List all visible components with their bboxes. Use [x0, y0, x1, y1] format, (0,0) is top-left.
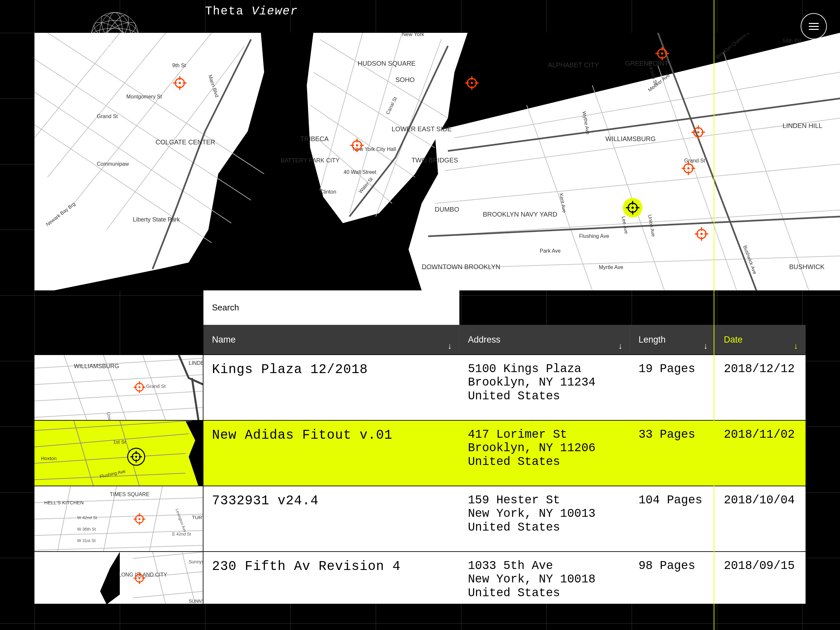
sort-arrow-icon: ↓: [794, 341, 798, 351]
svg-text:Sunnyside: Sunnyside: [189, 559, 204, 564]
svg-text:Grand St: Grand St: [146, 383, 166, 389]
svg-text:W 31st St: W 31st St: [77, 538, 96, 543]
map-label: DUMBO: [435, 206, 459, 213]
main-map[interactable]: HUDSON SQUARE SOHO ALPHABET CITY TRIBECA…: [35, 33, 840, 291]
row-map-thumbnail: 1st St Hoxton Flushing Ave: [35, 421, 204, 486]
row-date: 2018/09/15: [715, 552, 805, 604]
table-row[interactable]: LONG ISLAND CITY Sunnyside SUNNY 230 Fif…: [35, 551, 805, 604]
target-icon-selected: [128, 448, 145, 465]
app-title: Theta Viewer: [205, 5, 298, 18]
svg-text:LINDEN HILL: LINDEN HILL: [189, 360, 204, 366]
table-row[interactable]: WILLIAMSBURG Grand St Union Ave LINDEN H…: [35, 354, 805, 420]
map-label: LINDEN HILL: [783, 122, 822, 129]
results-list: WILLIAMSBURG Grand St Union Ave LINDEN H…: [35, 354, 805, 604]
map-label: DOWNTOWN BROOKLYN: [422, 263, 500, 270]
map-label: TWO BRIDGES: [412, 156, 458, 164]
svg-text:1st St: 1st St: [113, 439, 126, 445]
app-title-word2: Viewer: [252, 5, 298, 18]
search-label: Search: [212, 303, 239, 313]
row-address: 5100 Kings Plaza Brooklyn, NY 11234 Unit…: [459, 355, 630, 420]
map-label: BUSHWICK: [789, 263, 824, 270]
row-name: 230 Fifth Av Revision 4: [204, 552, 459, 604]
map-label: Flushing Ave: [579, 233, 609, 239]
row-address: 1033 5th Ave New York, NY 10018 United S…: [459, 552, 630, 604]
search-input[interactable]: Search: [204, 291, 459, 325]
row-date: 2018/11/02: [715, 421, 805, 486]
svg-point-8: [91, 21, 139, 52]
row-length: 104 Pages: [630, 486, 715, 551]
row-length: 19 Pages: [630, 355, 715, 420]
svg-text:WILLIAMSBURG: WILLIAMSBURG: [74, 363, 119, 369]
svg-point-6: [91, 13, 139, 60]
row-length: 98 Pages: [630, 552, 715, 604]
hamburger-icon: [809, 26, 819, 27]
row-map-thumbnail: LONG ISLAND CITY Sunnyside SUNNY: [35, 552, 204, 604]
map-label: Clinton: [320, 189, 336, 194]
wireframe-globe-logo: [88, 10, 141, 62]
map-label: Myrtle Ave: [599, 264, 624, 270]
svg-point-7: [91, 28, 139, 44]
sort-arrow-icon: ↓: [448, 341, 452, 351]
row-name: New Adidas Fitout v.01: [204, 421, 459, 486]
column-header-date[interactable]: Date ↓: [715, 325, 805, 354]
map-label: Grand St: [684, 158, 706, 163]
row-length: 33 Pages: [630, 421, 715, 486]
row-map-thumbnail: HELL'S KITCHEN TIMES SQUARE TURTLE W 36t…: [35, 486, 204, 551]
column-header-length[interactable]: Length ↓: [630, 325, 715, 354]
column-header-name[interactable]: Name ↓: [204, 325, 459, 354]
svg-text:W 42nd St: W 42nd St: [77, 515, 97, 520]
map-label: BATTERY PARK CITY: [281, 157, 339, 164]
map-label: 40 Wall Street: [344, 169, 376, 175]
map-label: Liberty State Park: [133, 216, 180, 223]
map-label: Montgomery St: [126, 94, 162, 99]
map-label: LOWER EAST SIDE: [392, 125, 452, 133]
column-header-address[interactable]: Address ↓: [459, 325, 630, 354]
svg-text:W 36th St: W 36th St: [77, 527, 96, 532]
map-label: Communipaw: [97, 161, 129, 167]
map-label: COLGATE CENTER: [156, 139, 215, 146]
map-label: 9th St: [172, 63, 186, 68]
svg-text:HELL'S KITCHEN: HELL'S KITCHEN: [44, 500, 84, 505]
row-date: 2018/10/04: [715, 486, 805, 551]
map-label: 56th Rd: [783, 38, 801, 44]
map-label: Park Ave: [540, 248, 561, 254]
table-header-row: Name ↓ Address ↓ Length ↓ Date ↓: [204, 325, 805, 354]
map-label: TRIBECA: [300, 135, 329, 142]
map-label: SOHO: [395, 76, 415, 83]
row-map-thumbnail: WILLIAMSBURG Grand St Union Ave LINDEN H…: [35, 355, 204, 420]
row-address: 159 Hester St New York, NY 10013 United …: [459, 486, 630, 551]
sort-arrow-icon: ↓: [704, 341, 708, 351]
map-label: Grand St: [97, 114, 118, 119]
app-title-word1: Theta: [205, 5, 244, 18]
row-name: Kings Plaza 12/2018: [204, 355, 459, 420]
sort-arrow-icon: ↓: [618, 341, 622, 351]
svg-text:TURTLE: TURTLE: [192, 515, 204, 520]
map-label: HUDSON SQUARE: [358, 60, 416, 67]
map-target-icon-selected[interactable]: [623, 198, 643, 218]
svg-point-10: [99, 13, 131, 60]
map-label: GREENPOINT: [625, 60, 668, 67]
map-label: WILLIAMSBURG: [605, 135, 655, 142]
row-date: 2018/12/12: [715, 355, 805, 420]
map-label: ALPHABET CITY: [548, 62, 599, 69]
svg-point-12: [96, 12, 134, 61]
table-row[interactable]: HELL'S KITCHEN TIMES SQUARE TURTLE W 36t…: [35, 486, 805, 551]
svg-point-9: [107, 13, 123, 60]
menu-button[interactable]: [801, 13, 827, 39]
svg-text:Hoxton: Hoxton: [41, 455, 57, 461]
row-name: 7332931 v24.4: [204, 486, 459, 551]
svg-point-13: [90, 17, 139, 55]
svg-text:E 42nd St: E 42nd St: [172, 532, 191, 537]
svg-point-14: [96, 12, 134, 61]
map-label: BROOKLYN NAVY YARD: [483, 211, 557, 218]
svg-text:SUNNY: SUNNY: [189, 598, 204, 604]
map-label: New York: [402, 33, 425, 37]
svg-point-11: [90, 17, 139, 55]
row-address: 417 Lorimer St Brooklyn, NY 11206 United…: [459, 421, 630, 486]
svg-text:TIMES SQUARE: TIMES SQUARE: [110, 491, 150, 497]
table-row-selected[interactable]: 1st St Hoxton Flushing Ave New Adidas Fi…: [35, 420, 805, 486]
